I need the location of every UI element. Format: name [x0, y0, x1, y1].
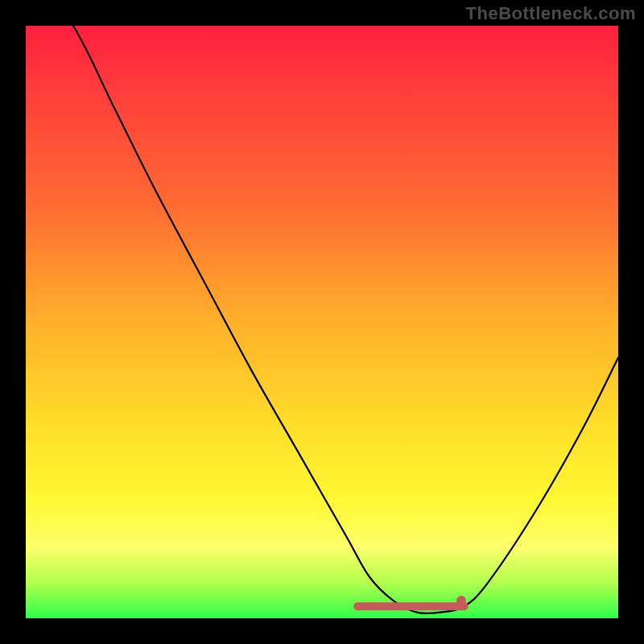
flat-region-dot: [456, 596, 466, 605]
bottleneck-curve: [26, 26, 618, 613]
plot-area: [26, 26, 618, 618]
curve-svg: [26, 26, 618, 618]
watermark-text: TheBottleneck.com: [466, 3, 636, 24]
chart-frame: TheBottleneck.com: [0, 0, 644, 644]
